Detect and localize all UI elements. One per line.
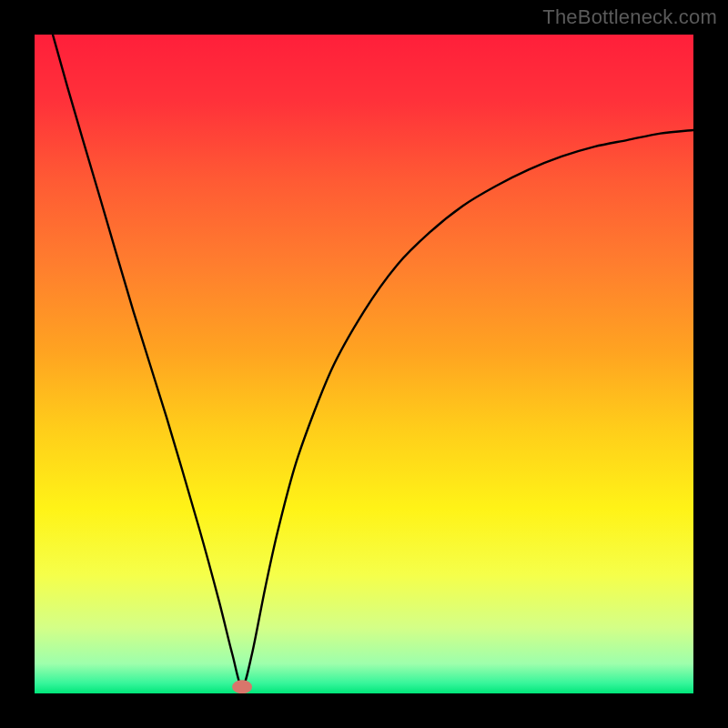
bottleneck-chart <box>35 35 693 693</box>
plot-area <box>35 35 693 693</box>
watermark-text: TheBottleneck.com <box>542 5 717 29</box>
optimal-marker <box>232 680 252 693</box>
gradient-background <box>35 35 693 693</box>
chart-frame: TheBottleneck.com <box>0 0 728 728</box>
